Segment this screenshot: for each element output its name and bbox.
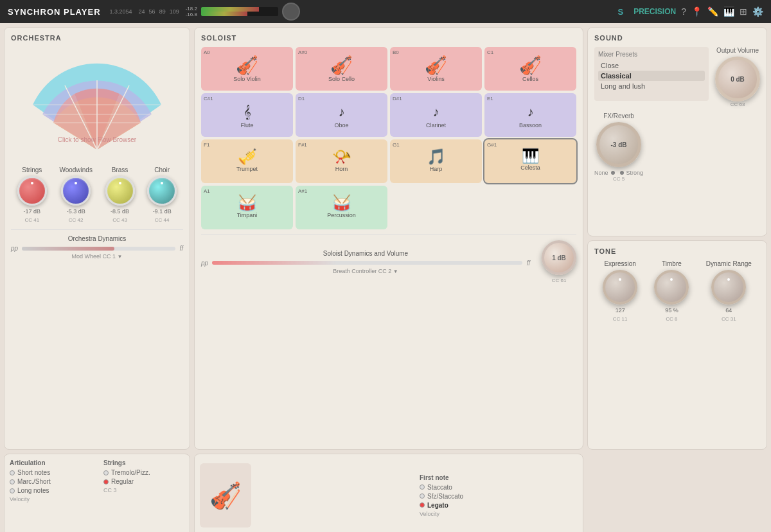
soloist-dynamics: Soloist Dynamics and Volume pp ff Breath… [201,235,576,283]
choir-value: -9.1 dB [153,208,172,215]
soloist-volume-group: 1 dB CC 61 [542,240,576,283]
instrument-trumpet[interactable]: F1 🎺 Trumpet [201,139,293,183]
strings-label: Strings [22,166,42,173]
app-version: 1.3.2054 [110,8,132,15]
app-title: SYNCHRON PLAYER [8,7,101,17]
expression-knob[interactable] [603,270,637,305]
fx-reverb-value: -3 dB [611,141,627,148]
preset-classical[interactable]: Classical [598,71,705,81]
main-content: ORCHESTRA [0,23,771,454]
first-note-legato[interactable]: Legato [420,502,578,509]
tick-marks: 24 56 89 109 [139,8,179,15]
instrument-harp[interactable]: G1 🎵 Harp [390,139,482,183]
instrument-horn[interactable]: F#1 📯 Horn [296,139,387,183]
dynamic-range-value: 64 [725,307,732,314]
choir-cc: CC 44 [155,217,170,223]
instrument-violins[interactable]: B0 🎻 Violins [390,47,482,91]
artic-short-label: Short notes [17,469,50,476]
tone-panel: TONE Expression 127 CC 11 Timbre 95 % [587,240,767,450]
dynamic-range-cc: CC 31 [722,316,736,322]
strings-tremolo-label: Tremolo/Pizz. [111,469,150,476]
soloist-volume-knob[interactable]: 1 dB [542,240,576,275]
strings-tremolo[interactable]: Tremolo/Pizz. [103,469,184,476]
section-knobs: Strings -17 dB CC 41 Woodwinds -5.3 dB C… [11,166,183,223]
instrument-timpani[interactable]: A1 🥁 Timpani [201,186,293,229]
soloist-dropdown[interactable]: ▼ [393,269,398,274]
choir-knob[interactable] [147,176,177,206]
instrument-celesta[interactable]: G#1 🎹 Celesta [484,139,576,183]
strings-artic-title: Strings [103,459,184,466]
woodwinds-group: Woodwinds -5.3 dB CC 42 [59,166,93,223]
woodwinds-cc: CC 42 [69,217,84,223]
dynamic-range-group: Dynamic Range 64 CC 31 [706,260,752,322]
brand-label: PRECISION [634,7,676,16]
artic-long[interactable]: Long notes [10,487,91,494]
piano-icon[interactable]: 🎹 [723,6,734,17]
artic-marc-label: Marc./Short [17,478,51,485]
output-volume-value: 0 dB [731,76,745,83]
woodwinds-value: -5.3 dB [67,208,85,215]
artic-short[interactable]: Short notes [10,469,91,476]
first-note-sfz[interactable]: Sfz/Staccato [420,493,578,500]
mixer-presets: Mixer Presets Close Classical Long and l… [594,47,709,101]
articulation-col: Articulation Short notes Marc./Short Lon… [10,459,91,502]
reverb-dot [611,171,615,175]
sound-panel: SOUND Mixer Presets Close Classical Long… [587,27,767,236]
legato-label: Legato [427,502,448,509]
soloist-panel: SOLOIST A0 🎻 Solo Violin A#0 🎻 Solo Cell… [194,27,583,450]
instrument-percussion[interactable]: A#1 🥁 Percussion [296,186,387,229]
instrument-bassoon[interactable]: E1 ♪ Bassoon [484,93,576,137]
timbre-cc: CC 8 [666,316,677,322]
instrument-solo-cello[interactable]: A#0 🎻 Solo Cello [296,47,387,91]
strings-knob[interactable] [17,176,47,206]
precision-logo: S [618,7,624,17]
brass-knob[interactable] [105,176,135,206]
dynamics-slider[interactable] [22,247,175,251]
woodwinds-knob[interactable] [61,176,91,206]
instrument-oboe[interactable]: D1 ♪ Oboe [296,93,387,137]
top-icons: S PRECISION ? 📍 ✏️ 🎹 ⊞ ⚙️ [618,6,763,17]
brass-group: Brass -8.5 dB CC 43 [105,166,135,223]
location-icon[interactable]: 📍 [691,6,702,17]
master-knob[interactable] [282,3,300,21]
soloist-dynamics-slider[interactable] [212,261,522,265]
output-volume-label: Output Volume [716,47,759,54]
output-volume-knob[interactable]: 0 dB [715,57,760,102]
reverb-dot-right [620,171,624,175]
strings-regular[interactable]: Regular [103,478,184,485]
top-bar: SYNCHRON PLAYER 1.3.2054 24 56 89 109 -1… [0,0,771,23]
artic-velocity: Velocity [10,496,91,502]
articulation-panel: Articulation Short notes Marc./Short Lon… [4,454,190,532]
edit-icon[interactable]: ✏️ [707,6,718,17]
artic-marc[interactable]: Marc./Short [10,478,91,485]
preset-long-lush[interactable]: Long and lush [598,81,705,91]
settings-icon[interactable]: ⚙️ [752,6,763,17]
instrument-clarinet[interactable]: D#1 ♪ Clarinet [390,93,482,137]
dynamics-dropdown[interactable]: ▼ [118,254,123,260]
choir-group: Choir -9.1 dB CC 44 [147,166,177,223]
fan-browser[interactable]: Click to show Flow Browser [11,47,183,163]
woodwinds-label: Woodwinds [59,166,93,173]
strings-cc: CC 3 [103,487,184,493]
preset-close[interactable]: Close [598,60,705,71]
orchestra-dynamics: Orchestra Dynamics pp ff Mod Wheel CC 1 … [11,229,183,260]
expression-group: Expression 127 CC 11 [603,260,637,322]
help-icon[interactable]: ? [681,6,686,17]
instrument-preview: 🎻 [200,463,251,528]
instrument-flute[interactable]: C#1 𝄞 Flute [201,93,293,137]
fx-reverb-knob[interactable]: -3 dB [596,122,641,167]
dynamic-range-knob[interactable] [711,270,746,305]
instrument-cellos[interactable]: C1 🎻 Cellos [484,47,576,91]
fx-reverb-label: FX/Reverb [603,112,634,120]
timbre-value: 95 % [665,307,678,314]
grid-icon[interactable]: ⊞ [740,6,747,17]
instrument-grid: A0 🎻 Solo Violin A#0 🎻 Solo Cello B0 🎻 V… [201,47,576,229]
first-note-velocity: Velocity [420,511,578,517]
instrument-solo-violin[interactable]: A0 🎻 Solo Violin [201,47,293,91]
tone-knobs: Expression 127 CC 11 Timbre 95 % CC 8 [594,260,760,322]
timbre-knob[interactable] [654,270,689,305]
click-browser-text[interactable]: Click to show Flow Browser [58,136,136,143]
sound-tone-column: SOUND Mixer Presets Close Classical Long… [587,27,767,450]
strong-label: Strong [626,170,644,176]
first-note-staccato[interactable]: Staccato [420,484,578,491]
